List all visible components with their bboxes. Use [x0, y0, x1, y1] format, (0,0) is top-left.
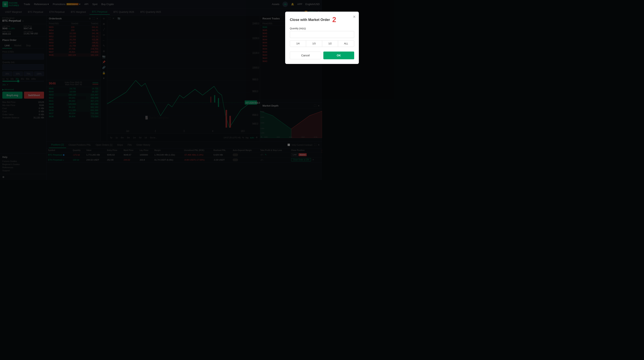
modal-cancel-button[interactable]: Cancel [290, 51, 321, 59]
modal-qty-input[interactable] [290, 31, 322, 38]
modal-fractions: 1/4 1/3 1/2 ALL [290, 40, 322, 47]
close-market-order-modal: Close with Market Order 2 ✕ Quantity (lo… [285, 12, 322, 64]
modal-title: Close with Market Order [290, 18, 322, 22]
frac-third[interactable]: 1/3 [306, 40, 322, 47]
modal-actions: Cancel OK [290, 51, 322, 59]
frac-quarter[interactable]: 1/4 [290, 40, 306, 47]
modal-qty-label: Quantity (lot(s)) [290, 27, 322, 30]
modal-overlay[interactable]: Close with Market Order 2 ✕ Quantity (lo… [0, 0, 322, 180]
